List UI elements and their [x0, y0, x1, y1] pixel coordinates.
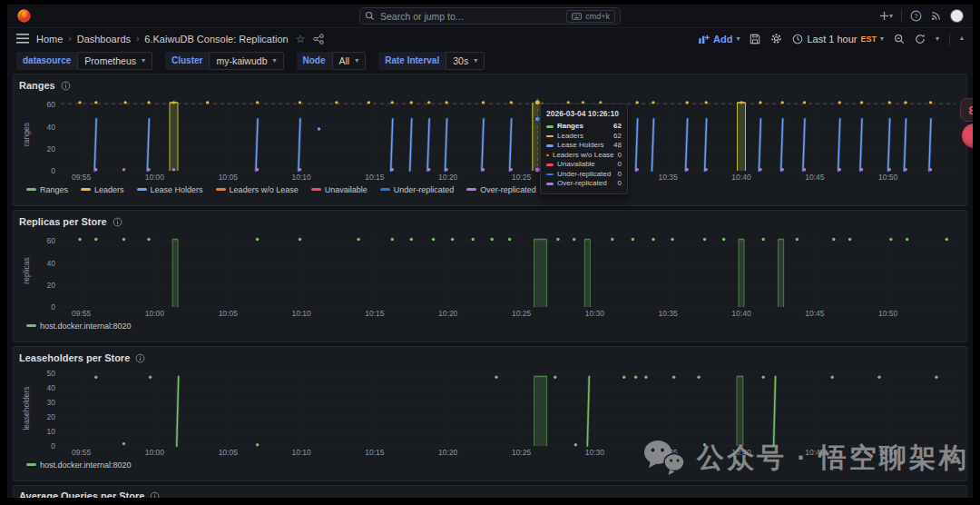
filter-value: 30s — [453, 55, 468, 66]
breadcrumb-dashboards[interactable]: Dashboards — [77, 34, 131, 45]
svg-text:10:20: 10:20 — [438, 173, 458, 182]
series-swatch — [546, 173, 554, 176]
favorite-star-icon[interactable]: ☆ — [296, 33, 306, 45]
info-icon[interactable] — [135, 353, 145, 363]
svg-text:20: 20 — [47, 412, 56, 421]
tooltip-row: Under-replicated0 — [546, 170, 622, 180]
menu-icon[interactable] — [16, 34, 29, 44]
add-panel-icon — [699, 35, 710, 44]
search-placeholder: Search or jump to... — [380, 11, 561, 22]
panel-title[interactable]: Replicas per Store — [19, 216, 107, 227]
filter-label: Node — [297, 52, 332, 70]
svg-text:40: 40 — [47, 259, 56, 268]
filter-value: my-kaiwudb — [216, 55, 267, 66]
panel-title[interactable]: Ranges — [19, 80, 55, 91]
filter-label: Rate Interval — [378, 52, 446, 70]
legend-item[interactable]: Lease Holders — [137, 185, 203, 194]
series-swatch — [546, 135, 554, 138]
svg-text:60: 60 — [47, 236, 56, 245]
svg-text:10:10: 10:10 — [291, 309, 311, 318]
nav-right: ▾ ? — [879, 9, 964, 23]
svg-text:10:15: 10:15 — [365, 309, 385, 318]
svg-text:10:40: 10:40 — [731, 309, 751, 318]
info-icon[interactable] — [61, 81, 71, 91]
svg-text:10:30: 10:30 — [585, 309, 605, 318]
help-button[interactable]: ? — [910, 10, 922, 22]
filter-value: All — [339, 55, 350, 66]
info-icon[interactable] — [150, 491, 160, 499]
user-avatar[interactable] — [950, 9, 964, 23]
svg-text:10:40: 10:40 — [731, 448, 751, 457]
svg-text:0: 0 — [51, 302, 55, 312]
chevron-down-icon: ▾ — [474, 56, 477, 64]
legend-item[interactable]: host.docker.internal:8020 — [26, 460, 132, 470]
legend-item[interactable]: Under-replicated — [380, 185, 455, 194]
svg-text:10:10: 10:10 — [291, 448, 311, 457]
grafana-app: Search or jump to... cmd+k ▾ ? — [7, 5, 973, 498]
leaseholders-legend: host.docker.internal:8020 — [19, 458, 961, 471]
add-new-button[interactable]: ▾ — [879, 11, 893, 21]
share-icon[interactable] — [313, 34, 324, 45]
refresh-interval-dropdown[interactable]: ▾ — [936, 35, 939, 43]
time-range-label: Last 1 hour — [807, 34, 857, 45]
breadcrumb-separator: › — [68, 34, 71, 44]
svg-text:10:35: 10:35 — [659, 309, 679, 318]
collapse-caret[interactable]: ▾ — [960, 35, 964, 43]
svg-text:10:25: 10:25 — [512, 309, 532, 318]
filter-value-dropdown[interactable]: All▾ — [332, 52, 367, 70]
filter-label: Cluster — [165, 52, 209, 70]
news-button[interactable] — [930, 10, 942, 22]
svg-text:10:00: 10:00 — [145, 309, 165, 318]
clock-icon — [792, 34, 803, 45]
svg-text:40: 40 — [47, 383, 56, 392]
filter-value-dropdown[interactable]: Prometheus▾ — [77, 52, 152, 70]
filter-value-dropdown[interactable]: 30s▾ — [446, 52, 485, 70]
tooltip-row: Unavailable0 — [546, 160, 622, 170]
search-input[interactable]: Search or jump to... cmd+k — [359, 7, 621, 25]
time-range-picker[interactable]: Last 1 hour EST ▾ — [792, 34, 884, 45]
settings-gear-icon[interactable] — [770, 33, 782, 45]
dashboard-actions: ☆ — [296, 33, 324, 45]
series-swatch — [546, 125, 554, 128]
breadcrumb-home[interactable]: Home — [36, 34, 63, 45]
refresh-icon[interactable] — [915, 34, 926, 45]
legend-item[interactable]: Ranges — [26, 185, 68, 194]
breadcrumb-current: 6.KaiwuDB Console: Replication — [144, 34, 288, 45]
panel-title[interactable]: Average Queries per Store — [19, 490, 144, 498]
legend-item[interactable]: host.docker.internal:8020 — [26, 322, 132, 331]
panel-leaseholders-per-store: Leaseholders per Store 09:5510:0010:0510… — [13, 346, 967, 481]
leaseholders-chart[interactable]: 09:5510:0010:0510:1010:1510:2010:2510:30… — [19, 365, 963, 458]
svg-text:?: ? — [914, 12, 917, 20]
svg-text:10:20: 10:20 — [438, 309, 458, 318]
filter-value-dropdown[interactable]: my-kaiwudb▾ — [209, 52, 283, 70]
ranges-chart[interactable]: 09:5510:0010:0510:1010:1510:2010:2510:30… — [19, 93, 963, 183]
edge-notification-badge[interactable]: 8 — [960, 98, 973, 122]
search-icon — [365, 11, 375, 21]
legend-item[interactable]: Over-replicated — [466, 185, 536, 194]
zoom-out-icon[interactable] — [894, 34, 905, 45]
top-nav: Search or jump to... cmd+k ▾ ? — [7, 5, 973, 28]
legend-item[interactable]: Unavailable — [311, 185, 368, 194]
svg-text:10:50: 10:50 — [878, 448, 898, 457]
info-icon[interactable] — [113, 217, 122, 227]
svg-text:09:55: 09:55 — [72, 173, 92, 182]
breadcrumb-separator: › — [136, 34, 139, 44]
svg-text:50: 50 — [47, 369, 56, 378]
panel-title[interactable]: Leaseholders per Store — [19, 352, 130, 363]
tooltip-row: Leaders w/o Lease0 — [546, 151, 622, 161]
svg-text:10:45: 10:45 — [805, 448, 825, 457]
grafana-logo[interactable] — [16, 8, 32, 24]
legend-item[interactable]: Leaders — [81, 185, 124, 194]
svg-text:60: 60 — [47, 100, 56, 109]
svg-text:10:00: 10:00 — [145, 173, 165, 182]
add-panel-button[interactable]: Add ▾ — [699, 34, 740, 45]
tooltip-timestamp: 2026-03-04 10:26:10 — [546, 109, 622, 118]
legend-item[interactable]: Leaders w/o Lease — [216, 185, 299, 194]
svg-text:leaseholders: leaseholders — [22, 386, 31, 430]
save-icon[interactable] — [750, 34, 760, 45]
svg-text:10:30: 10:30 — [585, 448, 605, 457]
replicas-chart[interactable]: 09:5510:0010:0510:1010:1510:2010:2510:30… — [19, 229, 963, 319]
tooltip-row: Ranges62 — [546, 122, 622, 132]
svg-text:10:20: 10:20 — [438, 448, 458, 457]
svg-text:10:25: 10:25 — [512, 173, 532, 182]
